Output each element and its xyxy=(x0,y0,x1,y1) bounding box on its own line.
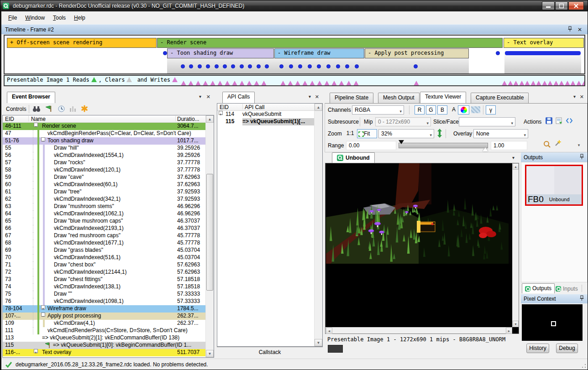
write-marker-triangle[interactable] xyxy=(261,81,267,86)
expand-icon[interactable]: + xyxy=(219,111,223,115)
history-button[interactable]: History xyxy=(526,344,549,353)
event-row[interactable]: 69Draw "grass blades"45.03704 xyxy=(3,247,205,254)
channels-select[interactable]: RGBA xyxy=(352,105,404,115)
event-row[interactable]: 70vkCmdDrawIndexed(516,1)45.03704 xyxy=(3,254,205,261)
scroll-up-icon[interactable]: ▲ xyxy=(315,104,322,111)
write-marker-triangle[interactable] xyxy=(530,81,536,86)
pixel-context-header[interactable]: Pixel Context xyxy=(521,294,588,303)
event-dot[interactable] xyxy=(298,64,302,68)
timeline-bar-apply-post-processing[interactable]: - Apply post processing xyxy=(365,48,469,58)
zoom-range-icon[interactable] xyxy=(543,141,551,150)
event-dot[interactable] xyxy=(289,64,293,68)
write-marker-triangle[interactable] xyxy=(188,81,194,86)
channel-g-button[interactable]: G xyxy=(426,105,436,115)
time-icon[interactable] xyxy=(58,105,65,114)
api-calls-header[interactable]: EID API Call xyxy=(217,104,322,111)
scroll-right-icon[interactable]: ► xyxy=(506,328,512,334)
event-dot[interactable] xyxy=(326,64,331,68)
toolbar-overflow-button[interactable]: ▾ xyxy=(575,141,583,150)
event-dot[interactable] xyxy=(215,64,219,68)
timeline-bar-off-screen-scene-rendering[interactable]: + Off-screen scene rendering xyxy=(7,38,157,48)
timeline-bar-render-scene[interactable]: - Render scene xyxy=(157,38,503,48)
collapse-icon[interactable]: − xyxy=(41,137,45,141)
queued-events-bar[interactable] xyxy=(505,51,581,55)
api-calls-scrollbar[interactable]: ▲ ▼ xyxy=(314,104,322,346)
range-min-field[interactable]: 0.00 xyxy=(346,141,396,150)
autofit-wand-icon[interactable] xyxy=(553,140,561,149)
event-row[interactable]: 71Draw "chest box"57.62963 xyxy=(3,261,205,269)
zoom-level-select[interactable]: 32% xyxy=(378,129,434,138)
api-call-row[interactable]: 115=> vkQueueSubmit(1)[... xyxy=(217,118,314,125)
write-marker-triangle[interactable] xyxy=(414,81,419,86)
event-row[interactable]: 57Draw "rocks"37.77778 xyxy=(3,159,205,167)
event-row[interactable]: 74vkCmdDrawIndexed(138,1)57.18518 xyxy=(3,283,205,291)
goto-resource-icon[interactable] xyxy=(566,117,573,125)
fit-button[interactable]: Fit xyxy=(357,129,377,138)
write-marker-triangle[interactable] xyxy=(295,81,300,86)
close-button[interactable] xyxy=(568,1,584,10)
event-dot[interactable] xyxy=(257,64,261,68)
tab-inputs[interactable]: Inputs xyxy=(553,284,581,293)
api-call-row[interactable]: +114vkQueueSubmit xyxy=(217,111,314,118)
event-dot[interactable] xyxy=(345,64,349,68)
event-dot[interactable] xyxy=(496,51,500,55)
collapse-icon[interactable]: − xyxy=(34,123,38,127)
collapse-icon[interactable]: − xyxy=(41,313,45,317)
event-row[interactable]: 75Draw ""57.33333 xyxy=(3,291,205,298)
write-marker-triangle[interactable] xyxy=(542,81,547,86)
alpha-checker-icon[interactable] xyxy=(471,106,480,113)
scroll-up-icon[interactable]: ▲ xyxy=(206,115,214,123)
zoom-1-1-button[interactable]: 1:1 xyxy=(344,129,356,138)
timeline-bar-text-overlay[interactable]: - Text overlay xyxy=(504,38,584,48)
event-dot[interactable] xyxy=(240,64,244,68)
write-marker-triangle[interactable] xyxy=(217,81,223,86)
write-marker-triangle[interactable] xyxy=(536,81,541,86)
write-marker-triangle[interactable] xyxy=(210,81,215,86)
chevron-down-icon[interactable]: ▾ xyxy=(512,155,514,160)
write-marker-triangle[interactable] xyxy=(525,81,530,86)
tab-api-calls[interactable]: API Calls xyxy=(222,92,255,103)
output-thumbnail-fb0[interactable]: FB0 Unbound xyxy=(525,165,583,206)
channel-a-button[interactable]: A xyxy=(449,105,459,115)
event-row[interactable]: 51-76−Toon shading draw1017.7... xyxy=(3,137,205,145)
tab-event-browser[interactable]: Event Browser xyxy=(7,92,55,103)
scrollbar-thumb[interactable] xyxy=(206,174,213,291)
viewport-vscrollbar[interactable]: ▲ ▼ xyxy=(512,163,519,327)
scroll-down-icon[interactable]: ▼ xyxy=(206,350,214,357)
scroll-down-icon[interactable]: ▼ xyxy=(315,339,322,346)
custom-display-button[interactable] xyxy=(458,105,469,115)
write-marker-triangle[interactable] xyxy=(254,81,259,86)
pixel-context-view[interactable] xyxy=(522,304,583,341)
write-marker-triangle[interactable] xyxy=(247,81,252,86)
expand-icon[interactable]: + xyxy=(34,349,38,353)
write-marker-triangle[interactable] xyxy=(232,81,237,86)
write-marker-triangle[interactable] xyxy=(324,81,330,86)
event-dot[interactable] xyxy=(279,64,284,68)
chevron-down-icon[interactable]: ▾ xyxy=(199,94,201,99)
menu-file[interactable]: File xyxy=(4,13,21,22)
export-image-icon[interactable] xyxy=(556,117,563,126)
save-icon[interactable] xyxy=(546,117,553,126)
bookmark-star-icon[interactable] xyxy=(81,105,88,114)
event-dot[interactable] xyxy=(206,64,210,68)
event-row[interactable]: 76vkCmdDrawIndexed(1098,1)57.33333 xyxy=(3,298,205,305)
event-row[interactable]: 47vkCmdBeginRenderPass(C=Clear, D=Clear,… xyxy=(3,130,205,137)
event-row[interactable]: 64vkCmdDrawIndexed(1062,1)46.96296 xyxy=(3,210,205,218)
event-dot[interactable] xyxy=(308,64,312,68)
write-marker-triangle[interactable] xyxy=(331,81,337,86)
write-marker-triangle[interactable] xyxy=(502,81,507,86)
event-row[interactable]: 109vkCmdDraw(4,1)262.37... xyxy=(3,320,205,327)
write-marker-triangle[interactable] xyxy=(280,81,286,86)
event-row[interactable]: 111vkCmdEndRenderPass(C=Store, D=Store, … xyxy=(3,327,205,334)
event-dot[interactable] xyxy=(181,64,185,68)
goto-flag-icon[interactable] xyxy=(45,105,52,114)
chevron-down-icon[interactable]: ▾ xyxy=(573,94,576,99)
mip-select[interactable]: 0 - 1272x690 xyxy=(375,117,431,126)
event-row[interactable]: 63Draw "mushroom stems"46.96296 xyxy=(3,203,205,210)
write-marker-triangle[interactable] xyxy=(576,81,582,86)
callstack-section[interactable]: Callstack xyxy=(217,347,323,358)
debug-button[interactable]: Debug xyxy=(556,344,578,353)
event-row[interactable]: 59Draw "cave"37.62963 xyxy=(3,174,205,181)
scroll-up-icon[interactable]: ▲ xyxy=(513,163,519,170)
menu-tools[interactable]: Tools xyxy=(49,13,70,22)
